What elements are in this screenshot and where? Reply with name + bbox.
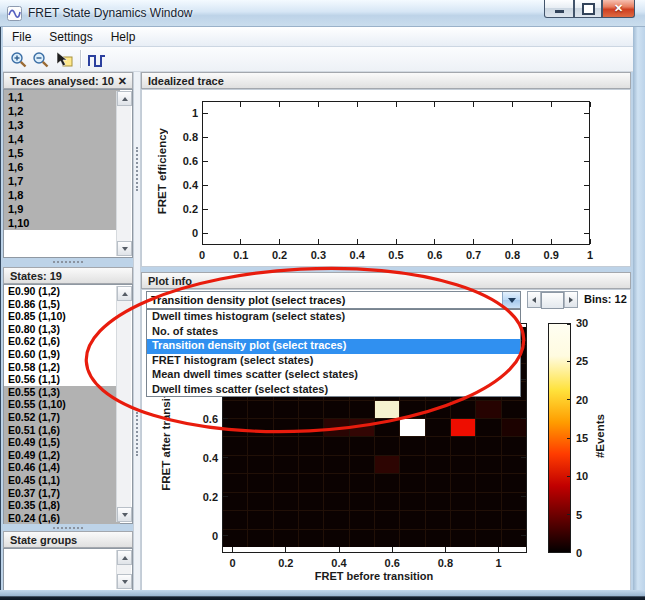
combobox-dropdown-button[interactable] [502,292,520,308]
heatmap-cell [324,437,348,454]
trace-list-item[interactable]: 1,7 [4,174,120,188]
heatmap-cell [324,530,348,547]
state-list-item[interactable]: E0.35 (1,8) [4,499,120,512]
states-scrollbar[interactable] [116,286,131,522]
states-list[interactable]: E0.90 (1,2)E0.86 (1,5)E0.85 (1,10)E0.80 … [3,284,133,524]
trace-list-item[interactable]: 1,1 [4,90,120,104]
heatmap-cell [223,419,247,436]
state-list-item[interactable]: E0.55 (1,10) [4,398,120,411]
splitter-handle[interactable] [53,261,83,263]
heatmap-cell [476,511,500,528]
plot-type-combobox[interactable]: Transition density plot (select traces) [146,291,521,309]
trace-list-item[interactable]: 1,2 [4,104,120,118]
scroll-down-icon[interactable] [117,574,132,589]
zoom-out-icon[interactable] [30,49,51,70]
traces-list[interactable]: 1,11,21,31,41,51,61,71,81,91,10 [3,89,133,258]
states-panel-title: States: 19 [10,270,62,282]
heatmap-cell [350,456,374,473]
chevron-down-icon [508,298,516,303]
menu-item-file[interactable]: File [3,27,40,47]
heatmap-cell [274,530,298,547]
state-list-item[interactable]: E0.46 (1,4) [4,461,120,474]
heatmap-cell [274,419,298,436]
scroll-up-icon[interactable] [117,91,132,106]
state-list-item[interactable]: E0.37 (1,7) [4,487,120,500]
splitter-handle[interactable] [136,147,138,191]
heatmap-cell [248,456,272,473]
heatmap-cell [451,493,475,510]
state-groups-list[interactable] [3,548,133,591]
state-list-item[interactable]: E0.86 (1,5) [4,298,120,311]
dropdown-option-3[interactable]: FRET histogram (select states) [147,354,520,369]
dropdown-option-0[interactable]: Dwell times histogram (select states) [147,310,520,325]
state-list-item[interactable]: E0.49 (1,2) [4,449,120,462]
scroll-down-icon[interactable] [117,241,132,256]
state-list-item[interactable]: E0.56 (1,1) [4,373,120,386]
state-list-item[interactable]: E0.49 (1,5) [4,436,120,449]
heatmap-cell [299,401,323,418]
heatmap-cell [375,493,399,510]
scroll-down-icon[interactable] [117,507,132,522]
state-list-item[interactable]: E0.58 (1,2) [4,361,120,374]
traces-scrollbar[interactable] [116,91,131,256]
menu-item-settings[interactable]: Settings [40,27,101,47]
states-panel-header: States: 19 [3,267,133,284]
state-list-item[interactable]: E0.90 (1,2) [4,285,120,298]
scroll-up-icon[interactable] [117,286,132,301]
zoom-in-icon[interactable] [8,49,29,70]
trace-list-item[interactable]: 1,3 [4,118,120,132]
maximize-icon [582,3,595,15]
traces-panel-close-icon[interactable]: ✕ [118,75,127,88]
dropdown-option-4[interactable]: Mean dwell times scatter (select states) [147,368,520,383]
state-list-item[interactable]: E0.52 (1,7) [4,411,120,424]
close-button[interactable]: ✕ [602,0,635,18]
heatmap-cell [299,474,323,491]
step-plot-icon[interactable] [86,49,107,70]
idealized-trace-axes[interactable] [202,101,590,245]
state-list-item[interactable]: E0.60 (1,9) [4,348,120,361]
state-list-item[interactable]: E0.85 (1,10) [4,310,120,323]
slider-thumb[interactable] [541,292,564,309]
dropdown-option-5[interactable]: Dwell times scatter (select states) [147,383,520,398]
slider-left-arrow[interactable] [528,292,541,307]
splitter-handle[interactable] [307,268,337,270]
column-divider[interactable] [133,72,141,591]
heatmap-cell [248,437,272,454]
minimize-button[interactable] [544,0,574,18]
scroll-up-icon[interactable] [117,550,132,565]
trace-list-item[interactable]: 1,5 [4,146,120,160]
trace-list-item[interactable]: 1,9 [4,202,120,216]
maximize-button[interactable] [574,0,602,18]
heatmap-cell [248,474,272,491]
toolbar-separator [80,50,82,68]
bins-label: Bins: 12 [584,293,627,305]
heatmap-cell [400,474,424,491]
heatmap-cell [350,419,374,436]
splitter-handle[interactable] [136,412,138,456]
menu-item-help[interactable]: Help [102,27,145,47]
heatmap-cell [324,493,348,510]
data-cursor-icon[interactable] [53,49,74,70]
heatmap-cell [502,437,526,454]
splitter-handle[interactable] [53,527,83,529]
bins-slider[interactable] [527,291,578,308]
trace-list-item[interactable]: 1,10 [4,216,120,230]
heatmap-cell [375,437,399,454]
dropdown-option-1[interactable]: No. of states [147,325,520,340]
state-list-item[interactable]: E0.80 (1,3) [4,323,120,336]
trace-list-item[interactable]: 1,4 [4,132,120,146]
state-list-item[interactable]: E0.24 (1,6) [4,512,120,525]
heatmap-cell [274,437,298,454]
state-list-item[interactable]: E0.55 (1,3) [4,386,120,399]
dropdown-option-2[interactable]: Transition density plot (select traces) [147,339,520,354]
heatmap-cell [248,419,272,436]
slider-right-arrow[interactable] [564,292,577,307]
trace-list-item[interactable]: 1,6 [4,160,120,174]
trace-list-item[interactable]: 1,8 [4,188,120,202]
state-list-item[interactable]: E0.45 (1,1) [4,474,120,487]
state-list-item[interactable]: E0.62 (1,6) [4,335,120,348]
state-groups-scrollbar[interactable] [116,550,131,589]
state-list-item[interactable]: E0.51 (1,6) [4,424,120,437]
heatmap-cell [248,511,272,528]
plot-type-dropdown-list[interactable]: Dwell times histogram (select states)No.… [146,309,521,397]
